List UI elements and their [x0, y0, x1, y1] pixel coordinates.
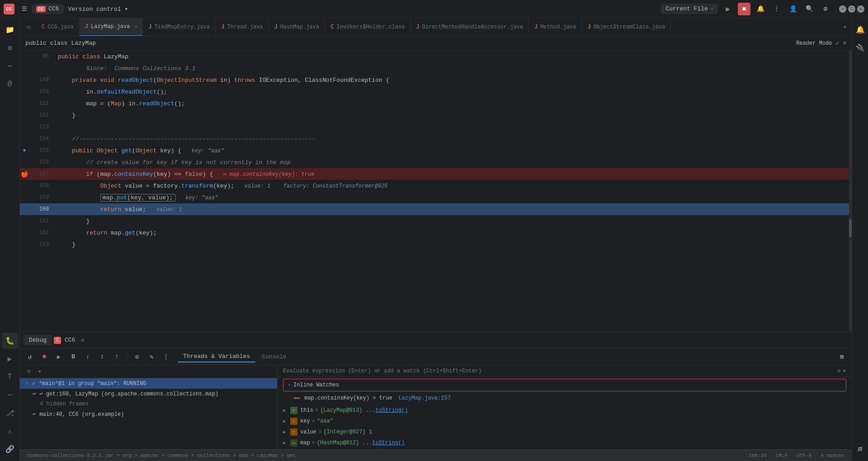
person-icon[interactable]: 👤	[787, 3, 799, 15]
var-row-key[interactable]: ▶ f key = "aaa"	[278, 416, 852, 427]
scrollbar-thumb[interactable]	[849, 219, 852, 237]
notifications-icon[interactable]: 🔔	[754, 3, 767, 15]
threads-expand-button[interactable]: ▾	[34, 366, 45, 377]
tab-threadjava[interactable]: J Thread.java	[216, 18, 269, 36]
titlebar-right: Current File ▾ ▶ ■ 🔔 ⋮ 👤 🔍 ⚙ — □ ✕	[661, 3, 864, 15]
sidebar-icon-bookmark[interactable]: @	[2, 76, 18, 92]
watches-link[interactable]: LazyMap.java:157	[399, 395, 451, 401]
tab-more-button[interactable]: ▾	[838, 24, 852, 31]
thread-main[interactable]: ✓ ✓ *main*@1 in group "main": RUNNING	[20, 378, 277, 389]
right-icon-notifications[interactable]: 🔔	[852, 22, 868, 38]
status-path[interactable]: commons-collections-3.2.1.jar > org > ap…	[25, 453, 297, 458]
debug-content: ▽ ▾ ✓ ✓ *main*@1 in group "main": RUNNIN…	[20, 365, 852, 449]
expand-debug-panel-button[interactable]: ⊞	[835, 350, 848, 363]
filter-threads-button[interactable]: ▽	[24, 366, 34, 377]
sidebar-icon-structure[interactable]: ⊞	[2, 40, 18, 56]
right-icon-plugins[interactable]: 🔌	[852, 40, 868, 56]
tab-objectstream[interactable]: J ObjectStreamClass.java	[582, 18, 671, 36]
rerun-button[interactable]: ↺	[24, 350, 36, 363]
var-map-tostring[interactable]: toString()	[372, 440, 405, 446]
editor-scrollbar[interactable]	[849, 51, 852, 332]
maximize-button[interactable]: □	[848, 5, 855, 13]
tab-threads-variables[interactable]: Threads & Variables	[178, 351, 255, 362]
status-line-ending[interactable]: CRLF	[774, 453, 789, 458]
tab-cc6java[interactable]: C CC6.java	[36, 18, 80, 36]
stop-debug-button[interactable]: ■	[38, 350, 51, 363]
var-expand-map[interactable]: ▶	[283, 440, 290, 446]
var-expand-this[interactable]: ▶	[283, 408, 290, 413]
tab-bar-nav-left[interactable]: ◁	[20, 23, 36, 31]
sidebar-icon-folder[interactable]: 📁	[2, 22, 18, 38]
current-file-selector[interactable]: Current File ▾	[661, 4, 718, 14]
sidebar-icon-more[interactable]: ⋯	[2, 58, 18, 74]
right-icon-m[interactable]: m	[852, 441, 868, 457]
step-over-button[interactable]: ↓	[81, 350, 94, 363]
status-encoding[interactable]: UTF-8	[795, 453, 813, 458]
code-line-153: 153	[20, 121, 852, 133]
tab-icon-objectstream: J	[587, 24, 590, 30]
sidebar-icon-vcs[interactable]: 🔗	[2, 441, 18, 457]
project-selector[interactable]: CC CC6	[32, 4, 64, 14]
watches-item-containskey[interactable]: ∞∞ map.containsKey(key) = true LazyMap.j…	[283, 393, 846, 403]
minimize-button[interactable]: —	[839, 5, 846, 13]
search-everywhere-icon[interactable]: 🔍	[803, 3, 816, 15]
tab-hashmapjava[interactable]: J HashMap.java	[269, 18, 326, 36]
tab-tiedmapentry[interactable]: J TiedMapEntry.java	[143, 18, 216, 36]
tab-invokers[interactable]: C Invokers$Holder.class	[325, 18, 410, 36]
close-button[interactable]: ✕	[857, 5, 864, 13]
settings-icon[interactable]: ⚙	[819, 3, 832, 15]
debug-tab-debug[interactable]: Debug	[24, 335, 52, 345]
tab-console[interactable]: Console	[256, 352, 292, 362]
stop-button[interactable]: ■	[738, 3, 750, 15]
tab-icon-method: J	[534, 24, 538, 30]
run-button[interactable]: ▶	[722, 3, 734, 15]
tab-methodjava[interactable]: J Method.java	[529, 18, 582, 36]
eval-add-button[interactable]: +	[837, 367, 840, 375]
eval-input[interactable]	[283, 368, 835, 374]
hamburger-menu[interactable]: ☰	[18, 4, 31, 14]
vcs-menu[interactable]: Version control ▾	[65, 4, 132, 14]
pause-button[interactable]: ⏸	[67, 350, 80, 363]
debug-session-icon: C	[54, 337, 61, 344]
status-position[interactable]: 160:26	[747, 453, 769, 458]
more-actions-icon[interactable]: ⋮	[770, 3, 783, 15]
resume-button[interactable]: ▶	[52, 350, 65, 363]
var-row-this[interactable]: ▶ f this = {LazyMap@913} ... toString()	[278, 405, 852, 416]
hidden-frames[interactable]: 4 hidden frames	[20, 399, 277, 409]
code-line-161: 161 }	[20, 215, 852, 227]
tab-directmethod[interactable]: J DirectMethodHandleAccessor.java	[411, 18, 529, 36]
step-out-button[interactable]: ↑	[110, 350, 123, 363]
status-indent[interactable]: 4 spaces	[819, 453, 846, 458]
inline-watches-header[interactable]: ▾ Inline Watches	[283, 379, 846, 391]
step-into-button[interactable]: ↕	[96, 350, 108, 363]
reader-mode-label[interactable]: Reader Mode	[796, 40, 832, 47]
var-row-map[interactable]: ▶ ∞∞ map = {HashMap@912} ... toString()	[278, 437, 852, 448]
sidebar-icon-issues[interactable]: ⚠	[2, 423, 18, 439]
tab-lazymapjava[interactable]: J LazyMap.java ✕	[80, 18, 143, 36]
var-expand-key[interactable]: ▶	[283, 419, 290, 424]
var-this-tostring[interactable]: toString()	[375, 407, 408, 414]
sidebar-toggle-icon[interactable]: m	[843, 40, 846, 47]
project-name: CC6	[48, 5, 59, 12]
frame-get[interactable]: ↩ ↩ get:160, LazyMap (org.apache.commons…	[20, 389, 277, 399]
debug-session-close[interactable]: ✕	[80, 336, 84, 344]
tab-close-lazymap[interactable]: ✕	[134, 24, 137, 29]
code-line-151: 151 map = (Map) in.readObject();	[20, 98, 852, 109]
editor-header-right: Reader Mode ✓ m	[796, 39, 846, 47]
var-row-value[interactable]: ▶ f value = {Integer@927} 1	[278, 427, 852, 437]
more-debug-button[interactable]: ⋮	[160, 350, 172, 363]
sidebar-icon-diff[interactable]: ↔	[2, 387, 18, 403]
run-to-cursor-button[interactable]: ⊙	[131, 350, 143, 363]
sidebar-icon-run[interactable]: ▶	[2, 351, 18, 367]
code-line-65: 65 public class LazyMap	[20, 51, 852, 62]
code-line-154: 154 //----------------------------------…	[20, 133, 852, 145]
sidebar-icon-debug[interactable]: 🐛	[2, 333, 18, 349]
evaluate-button[interactable]: ✎	[145, 350, 158, 363]
tab-icon-tiedmapentry: J	[148, 24, 151, 30]
frame-main[interactable]: ↩ main:40, CC6 (org.example)	[20, 409, 277, 419]
eval-expand-button[interactable]: ▾	[843, 367, 846, 375]
code-line-152: 152 }	[20, 109, 852, 121]
var-expand-value[interactable]: ▶	[283, 429, 290, 435]
sidebar-icon-text[interactable]: T	[2, 369, 18, 385]
sidebar-icon-git[interactable]: ⎇	[2, 405, 18, 421]
